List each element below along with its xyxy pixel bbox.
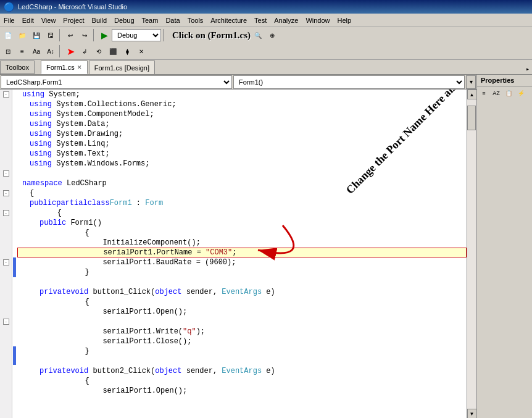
tab-scroll-arrow[interactable]: ▸: [523, 64, 532, 74]
tb-sep-2: [93, 29, 96, 41]
toolbox-tab-label: Toolbox: [6, 64, 29, 71]
code-line-13: {: [17, 208, 467, 218]
collapse-namespace[interactable]: -: [3, 170, 9, 177]
collapse-btn2[interactable]: -: [3, 319, 9, 325]
code-content[interactable]: using System; using System.Collections.G…: [17, 90, 467, 418]
find-button[interactable]: 🔍: [251, 29, 265, 41]
menu-help[interactable]: Help: [334, 15, 355, 25]
menu-window[interactable]: Window: [302, 15, 333, 25]
gutter-1: -: [0, 90, 12, 99]
tb2-btn5[interactable]: ➤: [64, 45, 77, 57]
menu-tools[interactable]: Tools: [184, 15, 207, 25]
code-line-1: using System;: [17, 90, 467, 99]
properties-toolbar: ≡ AZ 📋 ⚡: [477, 86, 532, 100]
main-area: LedCSharp.Form1 Form1() ▾ - - -: [0, 75, 532, 418]
find-results-button[interactable]: ⊕: [265, 29, 279, 41]
scroll-thumb[interactable]: [467, 106, 476, 130]
left-indicator: [12, 90, 17, 418]
menu-project[interactable]: Project: [59, 15, 88, 25]
tb2-btn3[interactable]: Aa: [30, 45, 43, 57]
menu-debug[interactable]: Debug: [110, 15, 138, 25]
code-line-8: using System.Windows.Forms;: [17, 159, 467, 169]
vertical-scrollbar[interactable]: ▲ ▼: [467, 90, 476, 418]
menu-team[interactable]: Team: [138, 15, 162, 25]
gutter-ns2: [0, 178, 12, 188]
tab-bar: Toolbox Form1.cs ✕ Form1.cs [Design] ▸: [0, 60, 532, 75]
save-button[interactable]: 💾: [30, 29, 43, 41]
gutter-class2: [0, 198, 12, 208]
code-line-11: {: [17, 188, 467, 198]
gutter-btn1-block: [0, 267, 12, 317]
tb2-btn8[interactable]: ⬛: [106, 45, 120, 57]
code-line-23: serialPort1.Open();: [17, 307, 467, 317]
code-line-26: serialPort1.Close();: [17, 336, 467, 346]
collapse-class[interactable]: -: [3, 190, 9, 196]
code-line-25: serialPort1.Write("q");: [17, 327, 467, 336]
gutter-class: -: [0, 188, 12, 198]
tb2-btn4[interactable]: A↕: [44, 45, 57, 57]
menu-view[interactable]: View: [38, 15, 60, 25]
tb2-btn2[interactable]: ≡: [15, 45, 29, 57]
code-line-14: public Form1(): [17, 218, 467, 228]
code-line-18: serialPort1.BaudRate = (9600);: [17, 257, 467, 267]
toolbar-area: 📄 📁 💾 🖫 ↩ ↪ ▶ Debug Release Click on (Fo…: [0, 27, 532, 60]
code-line-22: {: [17, 297, 467, 307]
code-line-17: serialPort1.PortName = "COM3";: [17, 248, 467, 257]
method-selector[interactable]: Form1(): [233, 75, 465, 89]
redo-button[interactable]: ↪: [78, 29, 91, 41]
gutter-btn2: -: [0, 317, 12, 327]
tb2-btn1[interactable]: ⊡: [1, 45, 15, 57]
code-line-3: using System.ComponentModel;: [17, 109, 467, 119]
menu-file[interactable]: File: [0, 15, 19, 25]
prop-alphabetical-btn[interactable]: AZ: [491, 88, 502, 99]
menu-edit[interactable]: Edit: [19, 15, 38, 25]
code-line-30: {: [17, 376, 467, 386]
prop-events-btn[interactable]: ⚡: [515, 88, 526, 99]
new-project-button[interactable]: 📄: [1, 29, 15, 41]
collapse-using[interactable]: -: [3, 91, 9, 98]
code-line-5: using System.Drawing;: [17, 129, 467, 139]
code-line-19: }: [17, 267, 467, 277]
form1-tab-close[interactable]: ✕: [77, 64, 82, 70]
title-bar: 🔵 LedCSharp - Microsoft Visual Studio: [0, 0, 532, 14]
menu-test[interactable]: Test: [251, 15, 270, 25]
code-line-20: [17, 277, 467, 287]
tb2-btn7[interactable]: ⟲: [92, 45, 106, 57]
tb-sep-4: [59, 45, 62, 57]
tb2-btn9[interactable]: ⧫: [120, 45, 134, 57]
debug-config-dropdown[interactable]: Debug Release: [112, 29, 161, 41]
toolbar-row-2: ⊡ ≡ Aa A↕ ➤ ↲ ⟲ ⬛ ⧫ ✕: [0, 43, 532, 59]
code-line-9: [17, 169, 467, 178]
tb2-btn6[interactable]: ↲: [78, 45, 91, 57]
scroll-up-button[interactable]: ▲: [467, 90, 477, 99]
line-gutter: - - - - - -: [0, 90, 12, 418]
scroll-down-button[interactable]: ▼: [467, 409, 477, 418]
prop-categories-btn[interactable]: ≡: [478, 88, 489, 99]
start-button[interactable]: ▶: [98, 29, 111, 41]
gutter-btn1: -: [0, 257, 12, 267]
nav-bar: LedCSharp.Form1 Form1() ▾: [0, 75, 476, 90]
menu-architecture[interactable]: Architecture: [207, 15, 251, 25]
scroll-track[interactable]: [467, 99, 476, 409]
undo-button[interactable]: ↩: [64, 29, 77, 41]
form1-design-tab[interactable]: Form1.cs [Design]: [89, 61, 155, 74]
prop-properties-btn[interactable]: 📋: [503, 88, 514, 99]
open-button[interactable]: 📁: [15, 29, 29, 41]
menu-build[interactable]: Build: [88, 15, 110, 25]
class-selector[interactable]: LedCSharp.Form1: [1, 75, 232, 89]
form1-design-label: Form1.cs [Design]: [94, 64, 149, 72]
gutter-ctor-block: [0, 218, 12, 257]
menu-data[interactable]: Data: [162, 15, 183, 25]
tb2-btn10[interactable]: ✕: [135, 45, 148, 57]
code-line-4: using System.Data;: [17, 119, 467, 129]
save-all-button[interactable]: 🖫: [44, 29, 57, 41]
collapse-btn1[interactable]: -: [3, 259, 9, 265]
menu-analyze[interactable]: Analyze: [270, 15, 302, 25]
form1-cs-tab[interactable]: Form1.cs ✕: [41, 61, 88, 74]
nav-scroll-btn[interactable]: ▾: [466, 75, 476, 89]
properties-panel: Properties ≡ AZ 📋 ⚡: [476, 75, 532, 418]
collapse-ctor[interactable]: -: [3, 210, 9, 216]
toolbox-tab[interactable]: Toolbox: [0, 61, 35, 74]
code-line-10: namespace LedCSharp: [17, 178, 467, 188]
toolbar-row-1: 📄 📁 💾 🖫 ↩ ↪ ▶ Debug Release Click on (Fo…: [0, 27, 532, 43]
